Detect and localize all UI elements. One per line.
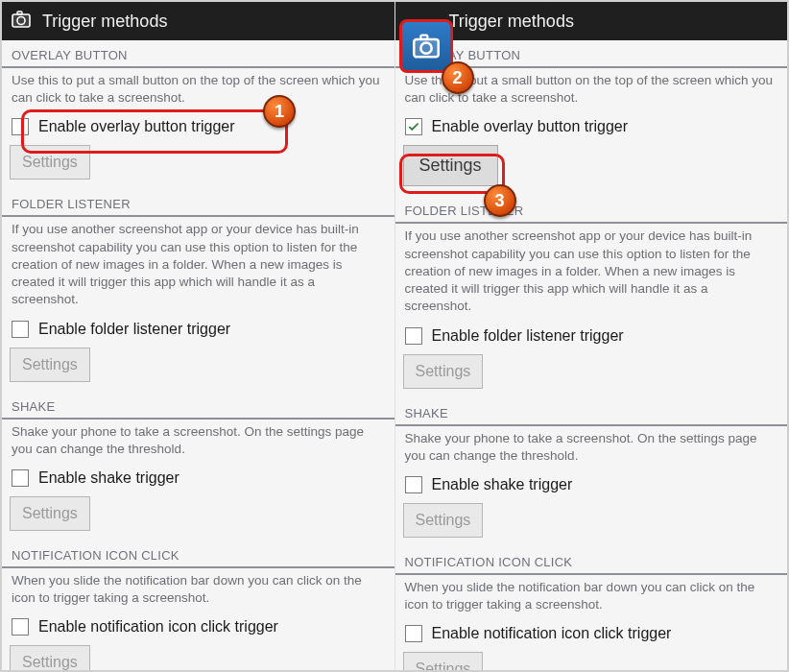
checkbox-icon[interactable]: [405, 118, 422, 135]
checkbox-icon[interactable]: [405, 476, 422, 493]
checkbox-label: Enable shake trigger: [38, 469, 179, 487]
content: OVERLAY BUTTON Use this to put a small b…: [2, 40, 394, 670]
right-screenshot: Trigger methods OVERLAY BUTTON Use this …: [395, 2, 788, 670]
checkbox-icon[interactable]: [12, 321, 29, 338]
section-notification: NOTIFICATION ICON CLICK When you slide t…: [2, 540, 394, 670]
checkbox-icon[interactable]: [405, 327, 422, 345]
folder-settings-button[interactable]: Settings: [10, 348, 90, 382]
checkbox-label: Enable notification icon click trigger: [432, 625, 672, 642]
section-description: If you use another screenshot app or you…: [2, 221, 394, 314]
camera-icon: [410, 30, 442, 62]
checkbox-label: Enable notification icon click trigger: [38, 618, 278, 636]
shake-checkbox-row[interactable]: Enable shake trigger: [395, 470, 788, 499]
section-header: NOTIFICATION ICON CLICK: [395, 547, 788, 575]
section-description: When you slide the notification bar down…: [2, 572, 394, 612]
folder-checkbox-row[interactable]: Enable folder listener trigger: [2, 315, 394, 344]
notif-checkbox-row[interactable]: Enable notification icon click trigger: [2, 612, 394, 641]
shake-checkbox-row[interactable]: Enable shake trigger: [2, 464, 394, 492]
checkbox-icon[interactable]: [12, 469, 29, 487]
overlay-checkbox-row[interactable]: Enable overlay button trigger: [2, 112, 394, 141]
notif-settings-button[interactable]: Settings: [10, 645, 90, 670]
section-header: OVERLAY BUTTON: [2, 40, 394, 68]
notif-checkbox-row[interactable]: Enable notification icon click trigger: [395, 619, 788, 648]
action-bar: Trigger methods: [395, 2, 788, 40]
checkbox-icon[interactable]: [12, 618, 29, 636]
checkbox-icon[interactable]: [405, 625, 422, 642]
svg-rect-2: [17, 12, 22, 14]
annotation-marker-3: 3: [484, 184, 516, 217]
checkbox-label: Enable overlay button trigger: [38, 118, 235, 135]
action-bar: Trigger methods: [2, 2, 394, 40]
checkbox-label: Enable folder listener trigger: [38, 321, 230, 338]
overlay-settings-button[interactable]: Settings: [10, 145, 90, 180]
annotation-marker-2: 2: [442, 61, 474, 94]
overlay-settings-button[interactable]: Settings: [403, 145, 498, 186]
section-header: FOLDER LISTENER: [395, 196, 788, 224]
page-title: Trigger methods: [42, 12, 167, 32]
section-header: SHAKE: [395, 398, 788, 426]
left-screenshot: Trigger methods OVERLAY BUTTON Use this …: [2, 2, 395, 670]
annotation-marker-1: 1: [263, 95, 296, 128]
overlay-checkbox-row[interactable]: Enable overlay button trigger: [395, 112, 788, 141]
floating-overlay-button[interactable]: [399, 19, 453, 73]
section-description: Shake your phone to take a screenshot. O…: [395, 430, 788, 470]
notif-settings-button[interactable]: Settings: [403, 652, 484, 670]
section-description: When you slide the notification bar down…: [395, 579, 788, 619]
section-header: NOTIFICATION ICON CLICK: [2, 540, 394, 568]
page-title: Trigger methods: [449, 12, 574, 32]
folder-settings-button[interactable]: Settings: [403, 354, 484, 389]
section-description: If you use another screenshot app or you…: [395, 228, 788, 321]
section-header: SHAKE: [2, 392, 394, 420]
section-shake: SHAKE Shake your phone to take a screens…: [2, 392, 394, 540]
svg-rect-5: [420, 36, 427, 39]
camera-icon: [10, 8, 33, 35]
checkbox-label: Enable overlay button trigger: [432, 118, 629, 135]
content: OVERLAY BUTTON Use this to put a small b…: [395, 40, 788, 670]
section-description: Use this to put a small button on the to…: [2, 72, 394, 112]
section-header: FOLDER LISTENER: [2, 189, 394, 217]
section-description: Shake your phone to take a screenshot. O…: [2, 423, 394, 464]
section-overlay: OVERLAY BUTTON Use this to put a small b…: [2, 40, 394, 189]
section-folder: FOLDER LISTENER If you use another scree…: [395, 196, 788, 397]
shake-settings-button[interactable]: Settings: [10, 496, 90, 531]
section-notification: NOTIFICATION ICON CLICK When you slide t…: [395, 547, 788, 670]
section-shake: SHAKE Shake your phone to take a screens…: [395, 398, 788, 547]
checkbox-label: Enable folder listener trigger: [432, 327, 624, 345]
checkbox-label: Enable shake trigger: [432, 476, 573, 493]
shake-settings-button[interactable]: Settings: [403, 503, 484, 538]
section-folder: FOLDER LISTENER If you use another scree…: [2, 189, 394, 391]
folder-checkbox-row[interactable]: Enable folder listener trigger: [395, 322, 788, 350]
checkbox-icon[interactable]: [12, 118, 29, 135]
